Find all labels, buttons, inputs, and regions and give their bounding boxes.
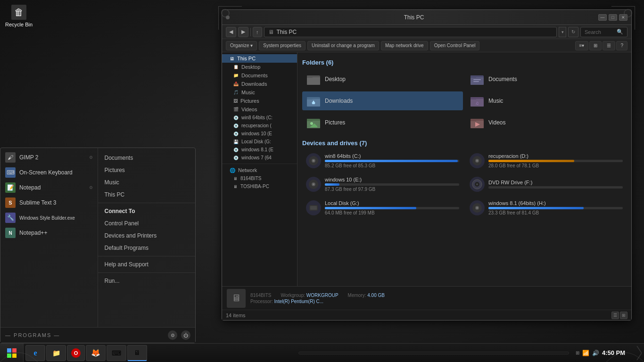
clock[interactable]: 4:50 PM bbox=[602, 349, 625, 356]
window-title: This PC bbox=[230, 14, 598, 21]
start-right-music[interactable]: Music bbox=[98, 176, 195, 189]
start-right-thispc[interactable]: This PC bbox=[98, 189, 195, 201]
sidebar-item-pictures[interactable]: 🖼 Pictures bbox=[222, 97, 297, 105]
start-menu-left: 🖌 GIMP 2 ⚙ ⌨ On-Screen Keyboard 📝 Notepa… bbox=[0, 148, 98, 327]
folder-downloads[interactable]: Downloads bbox=[302, 91, 463, 110]
start-item-wsbuilder[interactable]: 🔧 Windows Style Builder.exe bbox=[0, 210, 98, 225]
device-h-drive[interactable]: windows 8.1 (64bits) (H:) 23.3 GB free o… bbox=[466, 197, 627, 218]
address-dropdown[interactable]: ▾ bbox=[559, 27, 566, 37]
organize-button[interactable]: Organize ▾ bbox=[226, 41, 257, 50]
sidebar-item-toshiba[interactable]: 🖥 TOSHIBA-PC bbox=[222, 182, 297, 190]
sidebar-item-win10e[interactable]: 💿 windows 10 (E bbox=[222, 130, 297, 138]
open-cp-button[interactable]: Open Control Panel bbox=[430, 41, 480, 50]
sidebar-item-thispc[interactable]: 🖥 This PC bbox=[222, 54, 297, 63]
device-c-drive[interactable]: win8 64bits (C:) 85.2 GB free of 85.3 GB bbox=[302, 150, 463, 171]
maximize-button[interactable]: □ bbox=[609, 14, 617, 21]
svg-point-33 bbox=[476, 160, 478, 162]
start-right-help[interactable]: Help and Support bbox=[98, 258, 195, 271]
device-f-drive[interactable]: DVD RW Drive (F:) bbox=[466, 174, 627, 195]
map-drive-button[interactable]: Map network drive bbox=[381, 41, 428, 50]
svg-rect-8 bbox=[473, 79, 481, 80]
start-right-defaultprograms[interactable]: Default Programs bbox=[98, 242, 195, 254]
sidebar-item-win81[interactable]: 💿 windows 8.1 (E bbox=[222, 146, 297, 154]
sidebar-item-localg[interactable]: 💾 Local Disk (G: bbox=[222, 138, 297, 146]
device-e-drive[interactable]: windows 10 (E:) 87.3 GB free of 97.9 GB bbox=[302, 174, 463, 195]
folder-videos[interactable]: Videos bbox=[466, 113, 627, 132]
system-properties-button[interactable]: System properties bbox=[259, 41, 305, 50]
folders-section-header: Folders (6) bbox=[302, 59, 627, 66]
help-button[interactable]: ? bbox=[616, 41, 627, 50]
address-bar[interactable]: 🖥 This PC bbox=[264, 27, 557, 37]
svg-rect-46 bbox=[12, 348, 17, 353]
devices-section-header: Devices and drives (7) bbox=[302, 140, 627, 147]
sidebar-item-8164bits[interactable]: 🖥 8164BITS bbox=[222, 174, 297, 182]
forward-button[interactable]: ▶ bbox=[238, 27, 248, 37]
device-d-drive[interactable]: recuperacion (D:) 28.0 GB free of 78.1 G… bbox=[466, 150, 627, 171]
action-toolbar: Organize ▾ System properties Uninstall o… bbox=[222, 39, 631, 52]
svg-rect-3 bbox=[307, 77, 320, 85]
taskbar-firefox[interactable]: 🦊 bbox=[86, 345, 106, 361]
sidebar-item-recuperacion[interactable]: 💿 recuperacion ( bbox=[222, 122, 297, 130]
svg-rect-26 bbox=[471, 119, 476, 121]
navigation-toolbar: ◀ ▶ ↑ 🖥 This PC ▾ ↻ Search 🔍 bbox=[222, 25, 631, 39]
notification-bar bbox=[298, 352, 569, 354]
items-count-label: 14 items bbox=[226, 313, 246, 318]
taskbar-opera[interactable]: O bbox=[67, 345, 85, 361]
sidebar-item-win8c[interactable]: 💿 win8 64bits (C: bbox=[222, 114, 297, 122]
sidebar-item-win7[interactable]: 💿 windows 7 (64 bbox=[222, 154, 297, 162]
device-g-drive[interactable]: Local Disk (G:) 64.0 MB free of 199 MB bbox=[302, 197, 463, 218]
minimize-button[interactable]: — bbox=[598, 14, 607, 21]
tray-sound[interactable]: 🔊 bbox=[592, 350, 599, 356]
taskbar-ie[interactable]: e bbox=[25, 345, 45, 361]
footer-btn-1[interactable]: ⚙ bbox=[168, 330, 177, 340]
footer-btn-2[interactable]: ⏻ bbox=[181, 330, 190, 340]
view-details-button[interactable]: ☰ bbox=[603, 41, 615, 50]
view-btn-tiles[interactable]: ⊞ bbox=[620, 312, 627, 319]
sidebar-item-music[interactable]: 🎵 Music bbox=[222, 88, 297, 97]
svg-rect-4 bbox=[307, 75, 313, 78]
tray-arrows[interactable]: ⊞ bbox=[576, 350, 579, 355]
programs-label: — PROGRAMS — bbox=[5, 332, 60, 338]
taskbar-folder[interactable]: 📁 bbox=[46, 345, 66, 361]
start-right-connectto[interactable]: Connect To bbox=[98, 205, 195, 217]
sidebar-item-network[interactable]: 🌐 Network bbox=[222, 166, 297, 174]
start-right-devices[interactable]: Devices and Printers bbox=[98, 230, 195, 242]
sidebar-item-documents[interactable]: 📁 Documents bbox=[222, 71, 297, 80]
sidebar-item-downloads[interactable]: 📥 Downloads bbox=[222, 80, 297, 88]
search-box[interactable]: Search 🔍 bbox=[580, 27, 627, 37]
start-item-osk[interactable]: ⌨ On-Screen Keyboard bbox=[0, 165, 98, 180]
start-right-controlpanel[interactable]: Control Panel bbox=[98, 217, 195, 230]
uninstall-button[interactable]: Uninstall or change a program bbox=[307, 41, 379, 50]
svg-rect-41 bbox=[310, 206, 317, 210]
sidebar-item-videos[interactable]: 🎬 Videos bbox=[222, 105, 297, 114]
folder-pictures[interactable]: Pictures bbox=[302, 113, 463, 132]
svg-rect-12 bbox=[307, 97, 313, 99]
close-button[interactable]: ✕ bbox=[619, 14, 627, 21]
folder-documents[interactable]: Documents bbox=[466, 70, 627, 89]
folder-music[interactable]: ♫ Music bbox=[466, 91, 627, 110]
start-button[interactable] bbox=[0, 344, 24, 362]
svg-point-30 bbox=[313, 160, 314, 162]
tray-network[interactable]: 📶 bbox=[582, 350, 589, 356]
items-count-bar: 14 items ☰ ⊞ bbox=[222, 310, 631, 320]
view-btn-list[interactable]: ☰ bbox=[611, 312, 619, 319]
refresh-button[interactable]: ↻ bbox=[568, 27, 578, 37]
taskbar-explorer[interactable]: 🖥 bbox=[127, 345, 147, 361]
start-right-documents[interactable]: Documents bbox=[98, 152, 195, 164]
taskbar-keyboard[interactable]: ⌨ bbox=[107, 345, 126, 361]
start-item-sublime[interactable]: S Sublime Text 3 bbox=[0, 195, 98, 210]
start-item-gimp[interactable]: 🖌 GIMP 2 ⚙ bbox=[0, 150, 98, 165]
start-item-notepadpp[interactable]: N Notepad++ bbox=[0, 225, 98, 240]
start-menu-right: Documents Pictures Music This PC Connect… bbox=[98, 148, 195, 327]
sidebar-item-desktop[interactable]: 📋 Desktop bbox=[222, 63, 297, 71]
folder-desktop[interactable]: Desktop bbox=[302, 70, 463, 89]
up-button[interactable]: ↑ bbox=[253, 27, 262, 37]
view-options-button[interactable]: ≡▾ bbox=[575, 41, 589, 50]
start-right-pictures[interactable]: Pictures bbox=[98, 164, 195, 176]
start-right-run[interactable]: Run... bbox=[98, 275, 195, 287]
view-tiles-button[interactable]: ⊞ bbox=[589, 41, 602, 50]
recycle-bin-icon[interactable]: 🗑 Recycle Bin bbox=[5, 5, 33, 27]
back-button[interactable]: ◀ bbox=[226, 27, 236, 37]
svg-point-22 bbox=[310, 122, 313, 125]
start-item-notepad[interactable]: 📝 Notepad ⚙ bbox=[0, 180, 98, 195]
